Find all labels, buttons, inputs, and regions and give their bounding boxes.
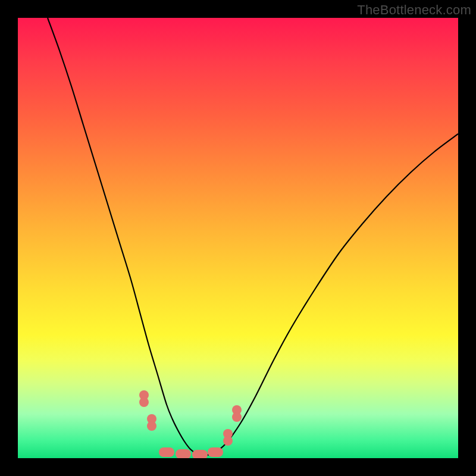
marker-pill [159, 447, 174, 457]
marker-peanut [232, 405, 242, 422]
marker-pill [208, 447, 223, 457]
svg-point-7 [232, 412, 242, 422]
bottleneck-curve [48, 18, 458, 455]
watermark-label: TheBottleneck.com [357, 2, 471, 18]
svg-point-1 [139, 397, 149, 407]
chart-panel [18, 18, 458, 458]
chart-svg [18, 18, 458, 458]
marker-pill [192, 450, 208, 458]
svg-point-5 [223, 436, 233, 446]
marker-peanut [147, 414, 156, 431]
marker-pill [176, 449, 191, 458]
marker-peanut [139, 390, 149, 407]
svg-point-3 [147, 421, 156, 431]
data-markers [139, 390, 242, 458]
